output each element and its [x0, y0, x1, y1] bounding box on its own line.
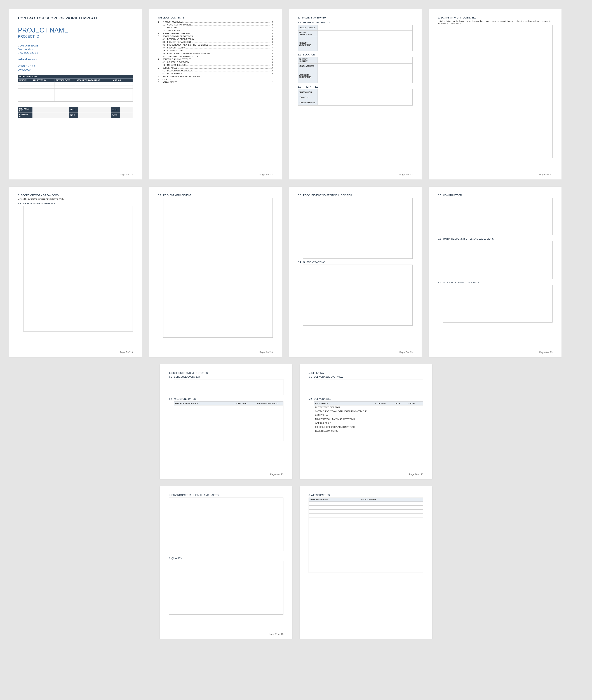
schedule-overview-box[interactable] — [174, 379, 284, 395]
deliverable-name: PROJECT EXECUTION PLAN — [314, 406, 374, 409]
attachments-table: ATTACHMENT NAME LOCATION / LINK — [308, 498, 424, 573]
toc-line: 1.2LOCATION3 — [158, 27, 273, 29]
site-services-box[interactable] — [443, 285, 552, 323]
subsec-num: 1.2 — [298, 53, 303, 56]
table-row: WORK SCHEDULE — [314, 421, 424, 425]
toc-page: 5 — [270, 35, 273, 37]
toc-page: 10 — [270, 67, 273, 69]
signature-table: PREPARED BY TITLE DATE APPROVED BY TITLE… — [18, 107, 133, 118]
title-label-1: TITLE — [69, 107, 78, 112]
toc-label: PARTY RESPONSIBILITIES AND EXCLUSIONS — [167, 52, 210, 55]
att-col-name: ATTACHMENT NAME — [309, 498, 360, 502]
deliverable-name: SAFETY PLAN/ENVIRONMENTAL HEALTH AND SAF… — [314, 409, 374, 413]
web: webaddress.com — [18, 58, 133, 61]
vh-col-approved: APPROVED BY — [32, 79, 55, 82]
toc-page: 8 — [270, 52, 273, 55]
toc-num: 5.2 — [162, 73, 167, 75]
toc-page: 8 — [270, 50, 273, 52]
version-block: VERSION 0.0.0 00/00/0000 — [18, 64, 133, 72]
date-label-2: DATE — [111, 112, 120, 118]
page-footer: Page 8 of 13 — [539, 351, 552, 354]
page-footer: Page 4 of 13 — [539, 173, 552, 176]
table-row — [309, 537, 424, 541]
table-row — [309, 549, 424, 553]
toc-list: 1.PROJECT OVERVIEW31.1GENERAL INFORMATIO… — [158, 21, 273, 84]
toc-page: 11 — [270, 78, 273, 81]
scope-box[interactable] — [438, 25, 552, 158]
responsibilities-box[interactable] — [443, 241, 552, 279]
version: VERSION 0.0.0 — [18, 64, 133, 68]
toc-num: 7. — [158, 78, 162, 81]
toc-page: 4 — [270, 32, 273, 35]
toc-page: 7 — [270, 47, 273, 49]
subsec-num: 1.3 — [298, 85, 303, 88]
table-row — [309, 557, 424, 561]
approved-by-label: APPROVED BY — [18, 112, 33, 118]
toc-label: PROJECT MANAGEMENT — [167, 41, 191, 43]
breakdown-desc: Defined below are the services included … — [18, 198, 133, 200]
page-9: 4. SCHEDULE AND MILESTONES 4.1SCHEDULE O… — [160, 364, 292, 479]
company-block: COMPANY NAME Street Address City, State … — [18, 44, 133, 55]
subsec-num: 5.2 — [308, 398, 314, 400]
toc-num: 3.5 — [162, 50, 167, 52]
toc-label: LOCATION — [167, 27, 177, 29]
subsec-label: SUBCONTRACTING — [303, 261, 325, 264]
construction-box[interactable] — [443, 198, 552, 235]
page-7: 3.3PROCUREMENT / EXPEDITING / LOGISTICS … — [289, 187, 422, 357]
table-row — [309, 502, 424, 506]
page-3: 1. PROJECT OVERVIEW 1.1GENERAL INFORMATI… — [289, 9, 422, 180]
subsec-label: MILESTONE DATES — [174, 398, 196, 400]
subcontracting-box[interactable] — [303, 265, 412, 326]
design-box[interactable] — [23, 206, 133, 331]
toc-num: 2. — [158, 32, 162, 35]
kv-key: "Contractor" is: — [298, 89, 318, 95]
toc-label: SCOPE OF WORK OVERVIEW — [162, 32, 191, 35]
ehs-box[interactable] — [168, 498, 284, 551]
deliverable-name: SCHEDULE REPORTING/MANAGEMENT PLAN — [314, 425, 374, 429]
att-col-loc: LOCATION / LINK — [360, 498, 423, 502]
table-row — [309, 565, 424, 569]
toc-num: 3.1 — [162, 38, 167, 40]
toc-label: ENVIRONMENTAL HEALTH AND SAFETY — [162, 76, 200, 78]
kv-key: PROJECT CONTRACTOR — [298, 31, 318, 37]
toc-page: 7 — [270, 44, 273, 46]
deliverable-overview-box[interactable] — [314, 379, 424, 395]
toc-label: GENERAL INFORMATION — [167, 24, 191, 26]
page-4: 2. SCOPE OF WORK OVERVIEW List all activ… — [429, 9, 561, 180]
toc-page: 3 — [270, 24, 273, 26]
toc-page: 3 — [270, 30, 273, 32]
toc-page: 12 — [270, 81, 273, 83]
toc-label: MILESTONE DATES — [167, 64, 186, 66]
quality-box[interactable] — [168, 561, 284, 615]
vh-col-desc: DESCRIPTION OF CHANGE — [76, 79, 112, 82]
procurement-box[interactable] — [303, 198, 412, 259]
subsec-label: SITE SERVICES AND LOGISTICS — [443, 281, 479, 284]
toc-label: CONSTRUCTION — [167, 50, 183, 52]
sec-7: 7. QUALITY — [168, 557, 284, 560]
page-footer: Page 5 of 13 — [119, 351, 133, 354]
vh-col-revdate: REVISION DATE — [55, 79, 76, 82]
page-footer: Page 6 of 13 — [259, 351, 273, 354]
subsec-label: THE PARTIES — [303, 85, 318, 88]
toc-num: 1.3 — [162, 30, 167, 32]
parties-table: "Contractor" is: "Owner" is: "Project Ow… — [298, 89, 412, 105]
toc-line: 4.2MILESTONE DATES9 — [158, 64, 273, 66]
pm-box[interactable] — [163, 198, 273, 338]
deliverable-name: ENVIRONMENTAL HEALTH AND SAFETY PLAN — [314, 417, 374, 421]
table-row: PROJECT EXECUTION PLAN — [314, 406, 424, 409]
toc-line: 3.6PARTY RESPONSIBILITIES AND EXCLUSIONS… — [158, 52, 273, 55]
subsec-num: 3.1 — [18, 202, 23, 205]
toc-num: 3.3 — [162, 44, 167, 46]
deliverable-name: QUALITY PLAN — [314, 413, 374, 417]
page-footer: Page 2 of 13 — [259, 173, 273, 176]
sec-6: 6. ENVIRONMENTAL HEALTH AND SAFETY — [168, 494, 284, 497]
subsec-num: 3.7 — [438, 281, 443, 284]
table-row — [309, 517, 424, 521]
subsec-num: 3.3 — [298, 194, 303, 196]
dv-col-name: DELIVERABLE — [314, 402, 374, 406]
subsec-num: 4.2 — [168, 398, 174, 400]
toc-line: 7.QUALITY11 — [158, 78, 273, 81]
toc-label: THE PARTIES — [167, 30, 180, 32]
toc-line: 8.ATTACHMENTS12 — [158, 81, 273, 84]
kv-key: PROJECT OWNER — [298, 25, 318, 31]
